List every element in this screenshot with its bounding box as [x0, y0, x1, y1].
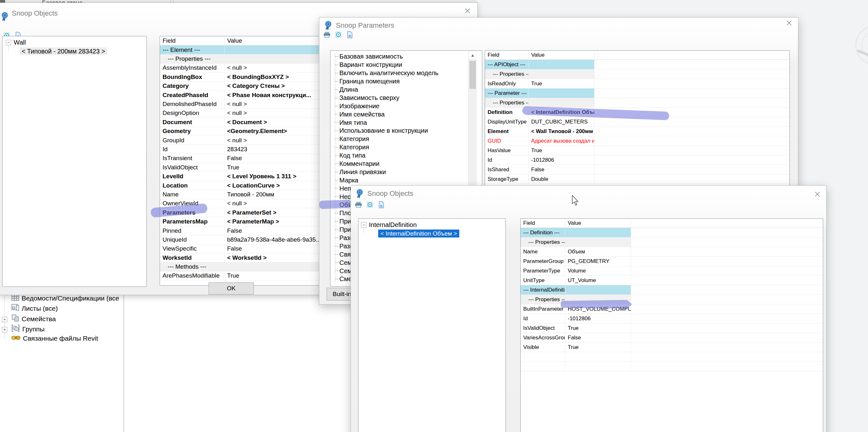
- table-row[interactable]: --- InternalDefinition ---: [521, 285, 823, 295]
- table-row[interactable]: NameТиповой - 200мм: [160, 190, 330, 199]
- parameter-list-item[interactable]: Категория: [335, 135, 482, 143]
- print-icon[interactable]: [354, 201, 362, 208]
- table-row[interactable]: NameОбъем: [521, 247, 823, 257]
- collapse-minus-icon[interactable]: −: [6, 40, 11, 45]
- expand-plus-icon[interactable]: +: [2, 317, 7, 322]
- parameter-list-item[interactable]: Код типа: [335, 151, 482, 160]
- target-icon[interactable]: [335, 31, 342, 38]
- browser-item-revit-links[interactable]: Связанные файлы Revit: [11, 335, 98, 342]
- collapse-minus-icon[interactable]: −: [361, 222, 366, 228]
- table-row[interactable]: --- Properties ---: [160, 54, 330, 63]
- table-row[interactable]: ParameterGroupPG_GEOMETRY: [521, 257, 823, 266]
- print-icon[interactable]: [323, 31, 331, 38]
- table-row[interactable]: PinnedFalse: [160, 226, 330, 235]
- value-column-header[interactable]: Value: [224, 36, 330, 45]
- parameter-list-item[interactable]: Комментарии: [335, 160, 482, 168]
- table-row[interactable]: Geometry<Geometry.Element>: [160, 127, 330, 136]
- table-row[interactable]: CreatedPhaseId< Phase Новая конструкци..…: [160, 91, 330, 99]
- table-row[interactable]: StorageTypeDouble: [485, 174, 789, 184]
- table-row[interactable]: Id-1012806: [485, 155, 789, 165]
- target-icon[interactable]: [366, 201, 374, 208]
- table-row[interactable]: ParametersMap< ParameterMap >: [160, 217, 330, 226]
- close-button[interactable]: [463, 7, 472, 16]
- table-row[interactable]: --- Properties ---: [521, 237, 823, 247]
- table-row[interactable]: --- Parameter ---: [485, 88, 789, 98]
- field-column-header[interactable]: Field: [521, 219, 565, 228]
- field-column-header[interactable]: Field: [485, 51, 529, 60]
- table-row[interactable]: DesignOption< null >: [160, 109, 330, 118]
- parameter-list-item[interactable]: Вариант конструкции: [335, 61, 482, 69]
- field-column-header[interactable]: Field: [160, 36, 224, 45]
- table-row[interactable]: DemolishedPhaseId< null >: [160, 99, 330, 109]
- parameter-list-item[interactable]: Имя типа: [335, 118, 482, 127]
- copy-doc-icon[interactable]: [377, 201, 385, 208]
- table-header[interactable]: Field Value: [485, 51, 789, 60]
- table-row[interactable]: ParameterTypeVolume: [521, 266, 823, 276]
- table-row[interactable]: GroupId< null >: [160, 136, 330, 145]
- parameter-list-item[interactable]: Базовая зависимость: [335, 53, 482, 61]
- table-row[interactable]: [521, 352, 823, 362]
- parameter-list-item[interactable]: Изображение: [335, 102, 482, 110]
- value-column-header[interactable]: Value: [565, 219, 631, 228]
- parameter-list-item[interactable]: Зависимость сверху: [335, 94, 482, 102]
- table-row[interactable]: UnitTypeUT_Volume: [521, 276, 823, 285]
- scroll-up-icon[interactable]: ▲: [468, 51, 477, 59]
- tree-item-internaldefinition-volume[interactable]: < InternalDefinition Объем >: [378, 230, 459, 237]
- browser-item-sheets[interactable]: Листы (все): [11, 304, 58, 313]
- table-row[interactable]: [521, 362, 823, 371]
- table-row[interactable]: HasValueTrue: [485, 146, 789, 155]
- table-row[interactable]: Element< Wall Типовой - 200мм 28...: [485, 127, 789, 136]
- table-row[interactable]: Id283423: [160, 145, 330, 154]
- value-cell: [529, 98, 594, 107]
- table-row[interactable]: VariesAcrossGroupsFalse: [521, 333, 823, 343]
- parameter-list-item[interactable]: Марка: [335, 176, 482, 184]
- close-button[interactable]: [813, 190, 822, 200]
- parameter-list-item[interactable]: Включить аналитическую модель: [335, 69, 482, 77]
- tree-root-wall[interactable]: − Wall: [6, 39, 26, 46]
- scrollbar-thumb[interactable]: [469, 61, 476, 89]
- tree-item-label: < InternalDefinition Объем >: [378, 230, 459, 237]
- table-row[interactable]: UniqueIdb89a2a79-538a-4a8e-abe6-9a35...: [160, 235, 330, 244]
- table-row[interactable]: --- Element ---: [160, 46, 330, 54]
- table-row[interactable]: --- Definition ---: [521, 228, 823, 237]
- parameter-list-item[interactable]: Длина: [335, 86, 482, 94]
- value-column-header[interactable]: Value: [529, 51, 594, 60]
- table-row[interactable]: VisibleTrue: [521, 343, 823, 352]
- tree-root-internaldefinition[interactable]: − InternalDefinition: [361, 221, 417, 229]
- table-row[interactable]: --- Properties ---: [485, 69, 789, 79]
- table-row[interactable]: WorksetId< WorksetId >: [160, 253, 330, 262]
- browser-item-schedules[interactable]: Ведомости/Спецификации (все: [11, 294, 119, 303]
- ok-button[interactable]: OK: [209, 282, 254, 294]
- table-row[interactable]: AssemblyInstanceId< null >: [160, 64, 330, 73]
- parameter-list-item[interactable]: Категория: [335, 143, 482, 151]
- table-row[interactable]: --- Methods ---: [160, 262, 330, 271]
- table-header[interactable]: Field Value: [521, 219, 823, 228]
- table-row[interactable]: IsReadOnlyTrue: [485, 79, 789, 88]
- table-row[interactable]: IsValidObjectTrue: [160, 163, 330, 172]
- parameter-list-item[interactable]: Граница помещения: [335, 77, 482, 86]
- table-row[interactable]: IsValidObjectTrue: [521, 323, 823, 333]
- table-row[interactable]: ViewSpecificFalse: [160, 244, 330, 253]
- table-row[interactable]: Location< LocationCurve >: [160, 181, 330, 190]
- table-row[interactable]: IsTransientFalse: [160, 154, 330, 163]
- browser-item-families[interactable]: Семейства: [11, 314, 56, 323]
- tree-item-wall-instance[interactable]: < Типовой - 200мм 283423 >: [20, 48, 107, 55]
- table-row[interactable]: --- APIObject ---: [485, 60, 789, 69]
- table-row[interactable]: ArePhasesModifiableTrue: [160, 271, 330, 281]
- parameter-list-item[interactable]: Линия привязки: [335, 168, 482, 176]
- close-button[interactable]: [784, 19, 794, 28]
- table-header[interactable]: Field Value: [160, 36, 330, 46]
- table-row[interactable]: GUIDАдресат вызова создал искл...: [485, 136, 789, 146]
- browser-item-groups[interactable]: Группы: [11, 324, 44, 334]
- expand-plus-icon[interactable]: +: [2, 327, 7, 333]
- table-row[interactable]: Document< Document >: [160, 118, 330, 127]
- table-row[interactable]: BoundingBox< BoundingBoxXYZ >: [160, 73, 330, 82]
- parameter-list-item[interactable]: Имя семейства: [335, 110, 482, 118]
- table-row[interactable]: IsSharedFalse: [485, 165, 789, 174]
- parameter-list-item[interactable]: Использование в конструкции: [335, 127, 482, 135]
- value-cell: [565, 352, 631, 361]
- copy-doc-icon[interactable]: [346, 31, 354, 38]
- table-row[interactable]: Category< Category Стены >: [160, 82, 330, 91]
- table-row[interactable]: Id-1012806: [521, 314, 823, 323]
- table-row[interactable]: LevelId< Level Уровень 1 311 >: [160, 172, 330, 181]
